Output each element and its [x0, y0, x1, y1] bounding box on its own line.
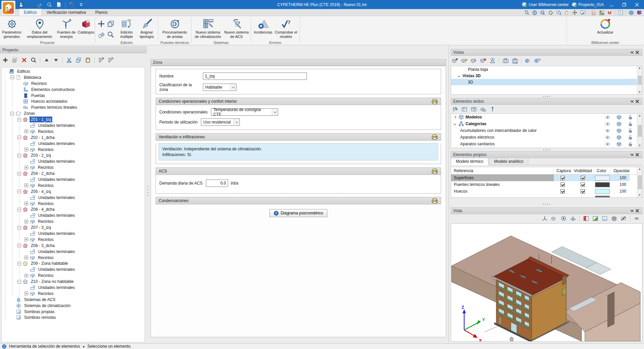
copy-camera-icon[interactable]	[511, 57, 519, 64]
scrollbar[interactable]: ▲▼	[637, 66, 642, 94]
visibility-cone-icon[interactable]	[488, 57, 496, 64]
tree-item[interactable]: +Recintos	[3, 255, 145, 261]
tree-item[interactable]: Unidades terminales	[3, 195, 145, 201]
collapse-icon[interactable]: −	[17, 208, 21, 211]
layers-icon[interactable]	[610, 215, 618, 222]
tree-item[interactable]: Unidades terminales	[3, 141, 145, 147]
close-icon[interactable]	[635, 152, 640, 157]
expand-icon[interactable]: +	[24, 220, 28, 223]
eye-icon[interactable]	[602, 121, 613, 127]
collapse-icon[interactable]	[629, 99, 635, 104]
scrollbar[interactable]: ▲▼	[637, 167, 642, 197]
tree-item[interactable]: −Z03 - 2_izq	[3, 152, 145, 158]
tree-item[interactable]: Unidades terminales	[3, 249, 145, 255]
tree-item[interactable]: Puentes térmicos lineales	[3, 104, 145, 110]
chevron-down-icon[interactable]	[453, 122, 456, 125]
tree-item[interactable]: −Biblioteca	[3, 74, 145, 81]
collapse-icon[interactable]: −	[10, 112, 14, 115]
move-icon[interactable]	[571, 9, 578, 16]
tab-edificio[interactable]: Edificio	[19, 9, 42, 16]
read-element-row[interactable]: Acumuladores con intercambiador de calor	[451, 127, 642, 134]
copy-element-icon[interactable]	[74, 56, 83, 64]
checkbox[interactable]	[581, 189, 585, 194]
tree-item[interactable]: −Z09 - Zona habitable	[3, 261, 145, 267]
tree-item[interactable]: Huecos acristalados	[3, 98, 145, 104]
collapse-icon[interactable]: −	[17, 154, 21, 157]
3d-viewport[interactable]: Z Y X	[451, 223, 642, 342]
expand-icon[interactable]: +	[24, 166, 28, 169]
tree-item[interactable]: +Recintos	[3, 237, 145, 243]
collapse-icon[interactable]	[629, 50, 635, 55]
toolbar-menu-icon[interactable]	[77, 1, 85, 8]
minimize-icon[interactable]	[606, 0, 616, 9]
tab-modelo-termico[interactable]: Modelo térmico	[451, 158, 488, 165]
checkbox[interactable]	[560, 176, 565, 180]
copy-section-box-icon[interactable]	[533, 57, 541, 64]
section-window-icon[interactable]	[601, 215, 609, 222]
collapse-icon[interactable]	[629, 208, 635, 213]
collapse-icon[interactable]: −	[17, 280, 21, 284]
chevron-down-icon[interactable]	[458, 74, 460, 77]
parametros-generales-button[interactable]: Parámetros generales	[0, 17, 23, 39]
read-element-row[interactable]: Aparatos sanitarios	[451, 141, 642, 147]
tree-item[interactable]: +Recintos	[3, 272, 145, 279]
panel-resize-handle[interactable]	[449, 204, 644, 205]
tree-item[interactable]: Unidades terminales	[3, 122, 145, 129]
tree-item[interactable]: Unidades terminales	[3, 158, 145, 164]
add-icon[interactable]	[97, 19, 106, 29]
tree-item[interactable]: −Z06 - 4_dcha	[3, 206, 145, 212]
tree-item[interactable]: −Z10 - Zona no habitable	[3, 279, 145, 285]
cube-icon[interactable]	[613, 121, 625, 127]
tree-item[interactable]: Unidades terminales	[3, 266, 145, 272]
tree-item[interactable]: Sistemas de ACS	[3, 297, 145, 303]
splitter-handle[interactable]	[147, 185, 149, 197]
incidencias-button[interactable]: Incidencias	[253, 17, 274, 35]
tree-item[interactable]: −Z04 - 2_dcha	[3, 170, 145, 177]
snap-magnet-icon[interactable]	[606, 9, 613, 16]
tree-item[interactable]: +Recintos	[3, 164, 145, 170]
edicion-multiple-button[interactable]: Edición múltiple	[117, 17, 137, 39]
nuevo-sistema-acs-button[interactable]: Nuevo sistema de ACS	[223, 17, 250, 39]
globe-icon[interactable]	[628, 9, 635, 16]
procesamiento-aristas-button[interactable]: Procesamiento de aristas	[159, 17, 190, 39]
nombre-input[interactable]	[203, 72, 307, 80]
expand-icon[interactable]: +	[24, 184, 28, 187]
collapse-icon[interactable]: −	[17, 118, 21, 121]
tree-item[interactable]: Unidades terminales	[3, 212, 145, 218]
section-box-icon[interactable]	[524, 57, 532, 64]
help-book-icon[interactable]	[636, 9, 643, 16]
table-row[interactable]: Superficies100	[451, 174, 642, 181]
pan-hand-icon[interactable]	[563, 9, 570, 16]
axes-icon[interactable]	[541, 215, 549, 222]
view-list-item[interactable]: 3D	[451, 79, 642, 85]
view-list-item[interactable]: Vistas 3D	[451, 72, 642, 79]
color-cell[interactable]	[594, 181, 611, 188]
checkbox[interactable]	[581, 183, 585, 187]
collapse-icon[interactable]: −	[17, 244, 21, 247]
search-icon[interactable]	[30, 56, 38, 64]
bimserver-user[interactable]: User BIMserver.center	[522, 2, 569, 7]
cube-view-icon[interactable]	[550, 215, 558, 222]
read-element-row[interactable]: Categorías	[451, 120, 642, 127]
expand-icon[interactable]: +	[24, 202, 28, 205]
condiciones-select[interactable]: Temperaturas de consigna CTE	[211, 108, 278, 116]
cube-icon[interactable]	[613, 115, 625, 120]
tree-item[interactable]: Edificio	[3, 68, 145, 74]
table-row[interactable]: Huecos100	[451, 188, 642, 195]
cube-icon[interactable]	[613, 135, 625, 140]
section-green-icon[interactable]	[591, 215, 599, 222]
expand-icon[interactable]: +	[24, 148, 28, 151]
tree-item[interactable]: −Z07 - 3_izq	[3, 225, 145, 231]
nuevo-sistema-climatizacion-button[interactable]: Nuevo sistema de climatización	[193, 17, 223, 39]
eye-icon[interactable]	[602, 142, 613, 147]
checkbox[interactable]	[560, 189, 565, 194]
tab-verificacion-normativa[interactable]: Verificación normativa	[42, 9, 91, 16]
comprobar-modelo-button[interactable]: ? Comprobar el modelo	[274, 17, 298, 39]
close-icon[interactable]	[635, 50, 640, 55]
view-list-item[interactable]: Planta baja	[451, 66, 642, 72]
pin-marker-icon[interactable]	[488, 105, 496, 113]
print-icon[interactable]	[431, 134, 438, 140]
duplicate-view-icon[interactable]	[470, 57, 478, 64]
split-columns-icon[interactable]	[460, 105, 468, 113]
tree-item[interactable]: Recintos	[3, 81, 145, 87]
